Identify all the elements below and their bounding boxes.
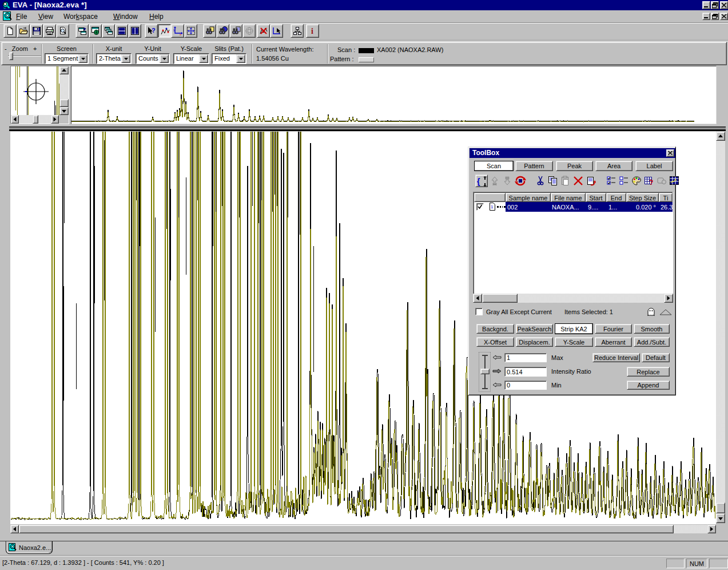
svg-text:y: y (173, 28, 175, 31)
svg-text:i: i (311, 27, 313, 35)
svg-text:x: x (180, 33, 181, 35)
svg-text:1: 1 (491, 204, 494, 209)
svg-text:?: ? (152, 27, 156, 34)
svg-text:{: { (477, 177, 480, 186)
svg-text:?: ? (649, 179, 653, 186)
